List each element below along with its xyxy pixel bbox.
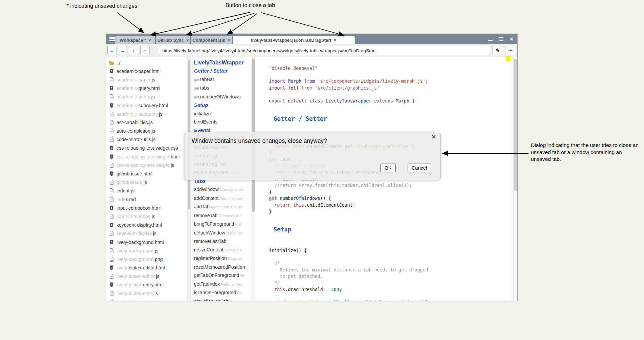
outline-class-title[interactable]: LivelyTabsWrapper	[194, 59, 251, 67]
file-item[interactable]: </>input-combobox.js	[106, 212, 187, 221]
file-item[interactable]: lively-background.png	[106, 255, 187, 263]
file-item[interactable]: </>keyevent-display.js	[106, 229, 187, 238]
code-line	[269, 215, 513, 221]
file-item[interactable]: </>ast-capabilities.js	[106, 118, 187, 127]
file-item[interactable]: </>css-reloading-test-widget.js	[106, 161, 187, 169]
file-item[interactable]: </>academic-subquery.js	[106, 110, 187, 118]
file-item[interactable]: index.md	[106, 195, 187, 204]
outline-item[interactable]: getFollowingTab Returns	[194, 297, 251, 301]
member-doc: Re	[239, 273, 245, 278]
outline-item[interactable]: resizeContent Resizes a	[194, 246, 251, 254]
folder-icon	[109, 60, 114, 65]
outline-item[interactable]: registerPosition Register	[194, 254, 251, 263]
member-name: resetMemoziredPosition	[194, 264, 245, 270]
outline-item[interactable]: get tabs	[194, 84, 251, 93]
member-doc: Adds a tab that ref	[210, 205, 243, 209]
maximize-icon[interactable]	[499, 37, 503, 41]
file-item[interactable]: 5css-reloading-test-widget.html	[106, 152, 187, 161]
file-name-segment: subquery.html	[139, 103, 168, 108]
more-options-button[interactable]: ▪▪▪	[505, 46, 516, 55]
outline-item[interactable]: resetMemoziredPosition	[194, 263, 251, 271]
file-item[interactable]: 5lively-bibtex-entry.html	[106, 281, 187, 289]
file-item[interactable]: </>academic-paper.js	[106, 75, 187, 84]
outline-item[interactable]: removeLastTab	[194, 237, 251, 246]
outline-item[interactable]: initialize	[194, 110, 251, 118]
file-item[interactable]: 5github-issue.html	[106, 169, 187, 178]
file-item[interactable]: </>code-mirror-utils.js	[106, 135, 187, 144]
outline-item[interactable]: addContent Adds the cont	[194, 194, 251, 203]
outline-item[interactable]: bindEvents	[194, 118, 251, 126]
file-item[interactable]: lively-bibtex-entry.png	[106, 298, 187, 301]
outline-item[interactable]: get numberOfWindows	[194, 93, 251, 101]
outline-item[interactable]: detachWindow Detaches	[194, 229, 251, 238]
js-icon: </>	[109, 128, 114, 134]
editor-scrollbar[interactable]	[513, 57, 517, 301]
member-name: isTabOnForeground	[194, 290, 236, 295]
file-item[interactable]: </>academic-query.js	[106, 93, 187, 101]
tab[interactable]: Component Bin×	[191, 36, 232, 44]
edit-button[interactable]: ✎	[492, 46, 503, 55]
cancel-button[interactable]: Cancel	[408, 164, 431, 172]
file-list: ../5academic-paper.html</>academic-paper…	[106, 57, 187, 301]
up-button[interactable]: ↑	[129, 46, 138, 55]
svg-text:</>: </>	[110, 79, 113, 81]
file-item[interactable]: </>lively-background.js	[106, 246, 187, 255]
file-item[interactable]: 5input-combobox.html	[106, 204, 187, 212]
file-item[interactable]: </>github-issue.js	[106, 178, 187, 187]
outline-item[interactable]: addWindow Unwrapps the	[194, 185, 251, 194]
file-name-segment: js	[155, 248, 158, 253]
window-titlebar[interactable]: Workspace *×GitHub Sync×Component Bin×li…	[106, 34, 517, 44]
outline-item[interactable]: addTab Adds a tab that ref	[194, 203, 251, 211]
tab-label: GitHub Sync	[157, 38, 184, 43]
file-item[interactable]: 3css-reloading-test-widget.css	[106, 144, 187, 152]
outline-section[interactable]: Getter / Setter	[194, 67, 251, 75]
file-name-segment: code-mirror-utils.js	[117, 137, 156, 142]
member-name: removeTab	[194, 213, 217, 218]
outline-section[interactable]: Setup	[194, 101, 251, 110]
file-item[interactable]: 5academic-query.html	[106, 84, 187, 93]
menu-icon[interactable]	[109, 37, 115, 41]
file-item[interactable]: 5keyevent-display.html	[106, 221, 187, 229]
file-name-segment: academic-	[117, 103, 139, 108]
member-name: detachWindow	[194, 230, 225, 235]
svg-text:5: 5	[111, 224, 112, 227]
close-window-icon[interactable]: ×	[509, 34, 513, 44]
js-icon: </>	[109, 94, 114, 99]
file-item[interactable]: 5academic-paper.html	[106, 67, 187, 75]
outline-item[interactable]: bringToForeground Put	[194, 220, 251, 229]
file-name-segment: png	[155, 257, 163, 262]
tab-close-icon[interactable]: ×	[186, 38, 189, 43]
outline-item[interactable]: removeTab Removes the	[194, 211, 251, 220]
outline-item[interactable]: getTabOnForeground Re	[194, 271, 251, 280]
tab[interactable]: lively-tabs-wrapper.js#onTabDragStart×	[233, 36, 355, 44]
outline-item[interactable]: isTabOnForeground De	[194, 288, 251, 297]
dialog-close-icon[interactable]: ×	[432, 133, 436, 141]
tab[interactable]: GitHub Sync×	[156, 36, 190, 44]
minimize-icon[interactable]	[488, 40, 493, 41]
file-name-segment: github-issue.html	[117, 171, 153, 176]
outline-item[interactable]: get tabBar	[194, 75, 251, 84]
url-input[interactable]	[159, 46, 490, 55]
code-line: /*	[269, 260, 513, 267]
outline-item[interactable]: getTabIndex Returns the	[194, 280, 251, 289]
file-item[interactable]: 5lively-background.html	[106, 238, 187, 246]
tab[interactable]: Workspace *×	[115, 36, 155, 44]
tab-close-icon[interactable]: ×	[334, 38, 337, 43]
file-name-segment: lively-	[117, 265, 129, 270]
tab-label: Workspace *	[120, 38, 146, 43]
file-item[interactable]: 5academic-subquery.html	[106, 101, 187, 110]
tab-close-icon[interactable]: ×	[228, 38, 231, 43]
file-name-segment: keyevent-display.	[117, 231, 153, 236]
file-item[interactable]: ../	[106, 58, 187, 67]
back-button[interactable]: ←	[107, 46, 117, 55]
ok-button[interactable]: OK	[380, 164, 396, 172]
code-line	[269, 72, 513, 78]
forward-button[interactable]: →	[118, 46, 127, 55]
file-item[interactable]: </>lively-bibtex-entry.js	[106, 289, 187, 298]
file-item[interactable]: </>lively-bibtex-editor.js	[106, 272, 187, 281]
file-item[interactable]: </>indent.js	[106, 187, 187, 195]
tab-close-icon[interactable]: ×	[148, 38, 151, 43]
file-item[interactable]: </>auto-completion.js	[106, 127, 187, 135]
file-item[interactable]: 5lively-bibtex-editor.html	[106, 264, 187, 272]
home-button[interactable]: ⌂	[140, 46, 150, 55]
